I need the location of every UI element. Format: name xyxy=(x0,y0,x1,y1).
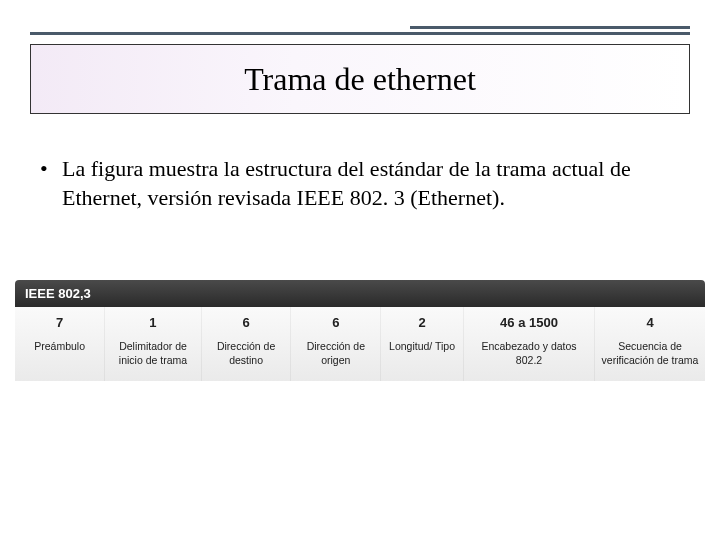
frame-field: 2 Longitud/ Tipo xyxy=(381,307,464,381)
bullet-text: La figura muestra la estructura del está… xyxy=(62,155,680,212)
slide-title: Trama de ethernet xyxy=(244,61,476,98)
field-label: Encabezado y datos 802.2 xyxy=(468,340,590,367)
field-label: Longitud/ Tipo xyxy=(385,340,459,354)
field-bytes: 7 xyxy=(19,315,100,330)
title-box: Trama de ethernet xyxy=(30,44,690,114)
frame-field: 7 Preámbulo xyxy=(15,307,105,381)
field-label: Secuencia de verificación de trama xyxy=(599,340,701,367)
frame-field: 6 Dirección de destino xyxy=(201,307,291,381)
field-bytes: 6 xyxy=(295,315,376,330)
frame-field: 46 a 1500 Encabezado y datos 802.2 xyxy=(463,307,594,381)
field-label: Dirección de origen xyxy=(295,340,376,367)
field-label: Delimitador de inicio de trama xyxy=(109,340,197,367)
frame-field: 1 Delimitador de inicio de trama xyxy=(105,307,202,381)
field-bytes: 2 xyxy=(385,315,459,330)
frame-header: IEEE 802,3 xyxy=(15,280,705,307)
frame-fields-table: 7 Preámbulo 1 Delimitador de inicio de t… xyxy=(15,307,705,381)
field-label: Dirección de destino xyxy=(206,340,287,367)
body-text: • La figura muestra la estructura del es… xyxy=(40,155,680,212)
decorative-top-rule xyxy=(30,26,690,36)
field-bytes: 46 a 1500 xyxy=(468,315,590,330)
field-bytes: 1 xyxy=(109,315,197,330)
frame-field: 4 Secuencia de verificación de trama xyxy=(595,307,705,381)
frame-field: 6 Dirección de origen xyxy=(291,307,381,381)
field-bytes: 6 xyxy=(206,315,287,330)
bullet-dot: • xyxy=(40,155,62,212)
ethernet-frame-diagram: IEEE 802,3 7 Preámbulo 1 Delimitador de … xyxy=(15,280,705,381)
field-label: Preámbulo xyxy=(19,340,100,354)
field-bytes: 4 xyxy=(599,315,701,330)
